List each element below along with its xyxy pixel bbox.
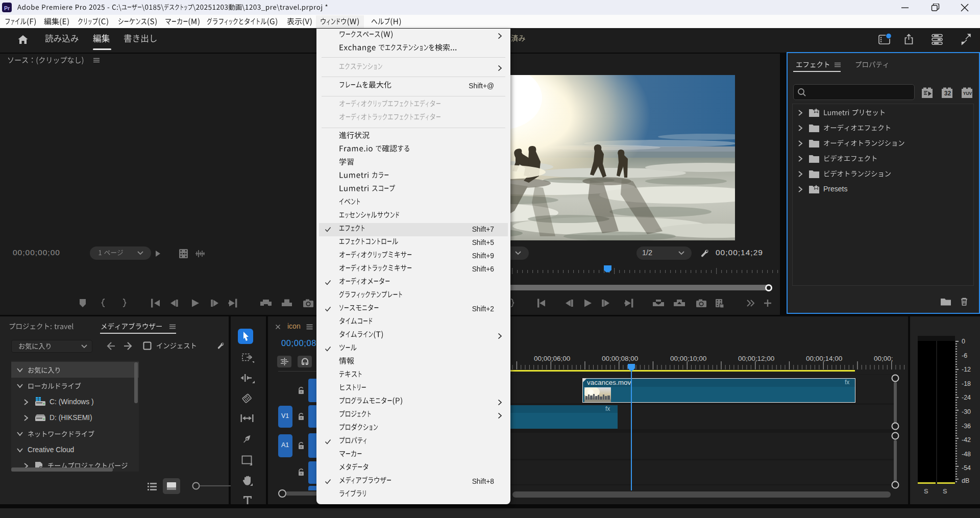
svg-text:32: 32 — [944, 90, 951, 97]
svg-text:YUV: YUV — [963, 91, 972, 96]
